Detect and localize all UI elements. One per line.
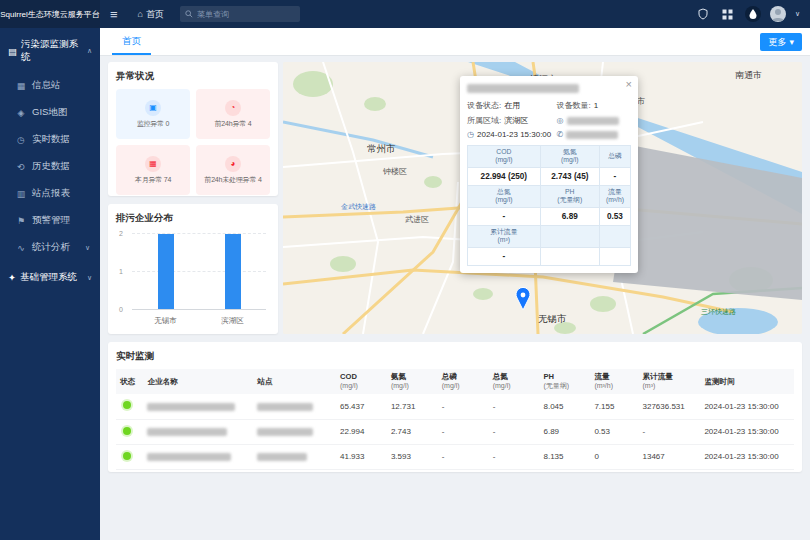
table-row[interactable]: 22.994 2.743 - - 6.89 0.53 - 2024-01-23 …: [116, 419, 794, 444]
tile-last24h-abnormal[interactable]: ◔ 前24h异常 4: [196, 89, 270, 139]
tile-label: 监控异常 0: [137, 119, 170, 129]
table-row[interactable]: 65.437 12.731 - - 8.045 7.155 327636.531…: [116, 394, 794, 419]
last24h-abnormal-icon: ◔: [225, 100, 241, 116]
sidebar-item-site-report[interactable]: ▥ 站点报表: [0, 180, 100, 207]
abnormal-tiles: ▣ 监控异常 0 ◔ 前24h异常 4 ▦ 本月异常 74 ◕ 前24h未处理异…: [108, 89, 278, 203]
phone-redacted: [566, 131, 618, 139]
more-button[interactable]: 更多 ▾: [760, 33, 802, 51]
monitor-abnormal-icon: ▣: [145, 100, 161, 116]
document-icon: ▤: [8, 46, 17, 57]
metric-value: -: [468, 207, 541, 225]
site-name-redacted: [257, 428, 313, 436]
col-header: 氨氮(mg/l): [387, 369, 438, 394]
tile-month-abnormal[interactable]: ▦ 本月异常 74: [116, 145, 190, 195]
site-name-redacted: [257, 403, 313, 411]
metric-value: [540, 247, 599, 265]
sidebar-item-info-overview[interactable]: ▦ 信息站: [0, 72, 100, 99]
cell-nh3n: 12.731: [387, 394, 438, 419]
city-label: 常州市: [367, 143, 396, 154]
month-abnormal-icon: ▦: [145, 156, 161, 172]
tile-label: 本月异常 74: [135, 175, 171, 185]
cell-tn: -: [489, 444, 540, 469]
gis-map[interactable]: 靖江市 南通市 张家港市 常州市 钟楼区 武进区 江阴市 无锡市 金武快速路 三…: [283, 62, 802, 334]
city-label: 南通市: [735, 70, 762, 80]
app-window: Squirrel生态环境云服务平台 ≡ ⌂ 首页 ∨: [0, 0, 810, 540]
panel-title: 实时监测: [108, 342, 802, 369]
metric-header: [540, 225, 599, 247]
tile-monitor-abnormal[interactable]: ▣ 监控异常 0: [116, 89, 190, 139]
breadcrumb[interactable]: ⌂ 首页: [128, 8, 174, 21]
sidebar-item-gis-map[interactable]: ◈ GIS地图: [0, 99, 100, 126]
sidebar-section-label: 污染源监测系统: [21, 38, 83, 64]
cell-flow: 7.155: [590, 394, 638, 419]
search-icon: [185, 10, 193, 18]
col-header: 监测时间: [700, 369, 794, 394]
cell-flow: 0.53: [590, 419, 638, 444]
search-input[interactable]: [197, 10, 295, 19]
menu-search[interactable]: [180, 6, 300, 22]
history-data-icon: ⟲: [16, 162, 26, 172]
enterprise-distribution-panel: 排污企业分布 012 无锡市滨湖区: [108, 204, 278, 334]
status-dot-online: [123, 427, 131, 435]
sidebar-item-statistics[interactable]: ∿ 统计分析 ∨: [0, 234, 100, 261]
device-status-value: 在用: [504, 100, 520, 111]
metric-header: 累计流量(m³): [468, 225, 541, 247]
badge-icon[interactable]: [695, 6, 711, 22]
tab-home[interactable]: 首页: [112, 28, 151, 55]
apps-grid-icon[interactable]: [720, 6, 736, 22]
metric-header: 氨氮(mg/l): [540, 146, 599, 168]
x-tick-label: 无锡市: [154, 316, 177, 326]
table-header-row: 状态 企业名称 站点 COD(mg/l) 氨氮(mg/l) 总磷(mg/l) 总…: [116, 369, 794, 394]
sidebar-item-history-data[interactable]: ⟲ 历史数据: [0, 153, 100, 180]
col-header: PH(无量纲): [540, 369, 591, 394]
cell-time: 2024-01-23 15:30:00: [700, 394, 794, 419]
metric-value: 0.53: [599, 207, 630, 225]
col-header: COD(mg/l): [336, 369, 387, 394]
address-row: ◎: [557, 115, 631, 126]
metric-header: [599, 225, 630, 247]
hamburger-menu-icon[interactable]: ≡: [100, 7, 128, 22]
realtime-data-icon: ◷: [16, 135, 26, 145]
tab-bar: 首页 更多 ▾: [100, 28, 810, 56]
unhandled-abnormal-icon: ◕: [225, 156, 241, 172]
bar-滨湖区: [225, 234, 241, 309]
realtime-monitor-panel: 实时监测 状态 企业名称 站点 COD(mg/l) 氨氮(mg/l) 总磷(mg…: [108, 342, 802, 472]
tile-label: 前24h未处理异常 4: [204, 175, 261, 185]
cell-nh3n: 3.593: [387, 444, 438, 469]
clock-icon: ◷: [467, 130, 474, 139]
tile-label: 前24h异常 4: [215, 119, 252, 129]
cell-total-flow: 327636.531: [639, 394, 701, 419]
sidebar-item-realtime-data[interactable]: ◷ 实时数据: [0, 126, 100, 153]
user-avatar[interactable]: [770, 6, 786, 22]
bar-无锡市: [158, 234, 174, 309]
abnormal-status-panel: 异常状况 ▣ 监控异常 0 ◔ 前24h异常 4 ▦ 本月异常 74 ◕ 前24…: [108, 62, 278, 196]
top-header: Squirrel生态环境云服务平台 ≡ ⌂ 首页 ∨: [0, 0, 810, 28]
sidebar-section-base-system[interactable]: ✦ 基础管理系统 ∨: [0, 261, 100, 292]
info-overview-icon: ▦: [16, 81, 26, 91]
y-tick-label: 1: [119, 268, 123, 275]
status-dot-online: [123, 401, 131, 409]
x-tick-label: 滨湖区: [221, 316, 244, 326]
water-drop-logo[interactable]: [745, 6, 761, 22]
cell-ph: 8.045: [540, 394, 591, 419]
warning-manage-icon: ⚑: [16, 216, 26, 226]
cell-cod: 22.994: [336, 419, 387, 444]
device-count: 设备数量: 1: [557, 100, 631, 111]
sidebar-nav: ▤ 污染源监测系统 ∧ ▦ 信息站 ◈ GIS地图 ◷ 实时数据 ⟲ 历史数据 …: [0, 28, 100, 540]
cell-tn: -: [489, 419, 540, 444]
panel-title: 排污企业分布: [108, 204, 278, 231]
caret-down-icon: ▾: [789, 37, 794, 47]
datetime-row: ◷ 2024-01-23 15:30:00: [467, 130, 553, 139]
enterprise-name-redacted: [147, 453, 231, 461]
cell-tp: -: [438, 394, 489, 419]
sidebar-item-warning-manage[interactable]: ⚑ 预警管理: [0, 207, 100, 234]
enterprise-name-redacted: [147, 403, 235, 411]
avatar-chevron-down-icon[interactable]: ∨: [795, 10, 800, 18]
col-header: 总氮(mg/l): [489, 369, 540, 394]
more-button-label: 更多: [768, 36, 786, 49]
close-icon[interactable]: ×: [626, 78, 632, 90]
tile-unhandled-abnormal[interactable]: ◕ 前24h未处理异常 4: [196, 145, 270, 195]
statistics-icon: ∿: [16, 243, 26, 253]
sidebar-section-pollution-system[interactable]: ▤ 污染源监测系统 ∧: [0, 28, 100, 72]
table-row[interactable]: 41.933 3.593 - - 8.135 0 13467 2024-01-2…: [116, 444, 794, 469]
